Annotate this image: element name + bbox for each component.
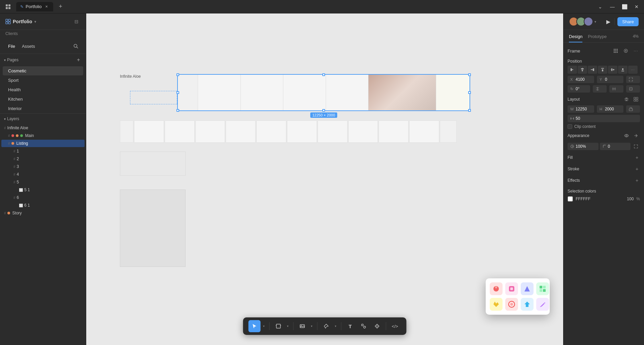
align-top-button[interactable] xyxy=(598,66,607,74)
layer-5[interactable]: # 5 xyxy=(1,178,85,186)
resize-mode-button[interactable] xyxy=(626,76,640,83)
project-title[interactable]: Portfolio ▾ xyxy=(5,19,36,24)
flip-v-button[interactable] xyxy=(609,85,623,93)
shape-tool-button[interactable] xyxy=(358,320,370,332)
align-center-h-button[interactable] xyxy=(578,66,587,74)
layer-story[interactable]: # Story xyxy=(1,209,85,217)
plugin-1-button[interactable] xyxy=(490,282,503,295)
align-bottom-button[interactable] xyxy=(618,66,627,74)
pen-tool-button[interactable] xyxy=(320,320,332,332)
plugin-2-button[interactable] xyxy=(505,282,518,295)
avatar-chevron-icon[interactable]: ▾ xyxy=(594,20,596,24)
assets-tab[interactable]: Assets xyxy=(19,42,38,50)
layer-6-1[interactable]: ⬜ 6 1 xyxy=(1,202,85,209)
cursor-chevron-button[interactable]: ▾ xyxy=(261,320,267,332)
add-page-button[interactable]: + xyxy=(75,57,82,63)
chevron-down-button[interactable]: ⌄ xyxy=(595,2,605,11)
layout-toggle-button[interactable]: ⊟ xyxy=(72,18,80,26)
add-fill-button[interactable]: + xyxy=(634,154,640,161)
pen-chevron-button[interactable]: ▾ xyxy=(333,320,339,332)
layer-2[interactable]: # 2 xyxy=(1,155,85,163)
share-button[interactable]: Share xyxy=(617,17,639,26)
layer-6[interactable]: # 6 xyxy=(1,194,85,201)
image-chevron-button[interactable]: ▾ xyxy=(309,320,315,332)
flip-h-button[interactable] xyxy=(593,85,607,93)
rotation-input[interactable]: ↻ 0° xyxy=(568,85,590,93)
h-input[interactable]: H 2000 xyxy=(597,105,623,113)
clip-content-checkbox[interactable] xyxy=(568,124,572,129)
image-tool-button[interactable] xyxy=(296,320,309,332)
visibility-toggle-button[interactable] xyxy=(622,132,631,140)
tab-close-button[interactable]: ✕ xyxy=(44,4,49,9)
handle-bottom-mid[interactable] xyxy=(322,109,325,112)
cursor-tool-button[interactable] xyxy=(249,320,261,332)
handle-right-mid[interactable] xyxy=(468,91,471,94)
align-middle-v-button[interactable] xyxy=(608,66,617,74)
code-tool-button[interactable]: </> xyxy=(389,320,401,332)
color-swatch[interactable] xyxy=(568,196,573,202)
layer-5-1[interactable]: ⬜ 5 1 xyxy=(1,186,85,194)
opacity-input[interactable]: 100% xyxy=(568,143,599,150)
grid-icon-button[interactable] xyxy=(612,47,620,55)
layers-section-header[interactable]: ▾ Layers xyxy=(0,114,86,124)
pages-section-header[interactable]: ▾ Pages + xyxy=(0,54,86,66)
handle-bottom-left[interactable] xyxy=(176,109,179,112)
add-stroke-button[interactable]: + xyxy=(634,166,640,172)
expand-corners-button[interactable] xyxy=(632,142,640,150)
layout-add-button[interactable] xyxy=(632,95,640,103)
layout-expand-button[interactable] xyxy=(622,95,631,103)
prototype-tab[interactable]: Prototype xyxy=(588,33,607,42)
plugin-7-button[interactable] xyxy=(521,298,534,311)
design-tab[interactable]: Design xyxy=(569,33,582,42)
y-input[interactable]: Y 0 xyxy=(597,76,623,83)
layer-3[interactable]: # 3 xyxy=(1,163,85,170)
canvas-frame[interactable]: 12250 × 2000 xyxy=(177,74,470,111)
clip-mode-button[interactable] xyxy=(626,85,640,93)
new-tab-button[interactable]: + xyxy=(56,2,65,11)
page-kitchen[interactable]: Kitchen xyxy=(3,95,83,104)
layer-listing[interactable]: # Listing xyxy=(1,140,85,147)
x-input[interactable]: X 4100 xyxy=(568,76,594,83)
plugin-6-button[interactable] xyxy=(505,298,518,311)
plugin-pen-button[interactable] xyxy=(536,298,549,311)
home-button[interactable] xyxy=(3,1,13,12)
appearance-more-button[interactable] xyxy=(632,132,640,140)
frame-chevron-button[interactable]: ▾ xyxy=(285,320,291,332)
w-input[interactable]: W 12250 xyxy=(568,105,594,113)
align-left-button[interactable] xyxy=(568,66,577,74)
portfolio-tab[interactable]: ✎ Portfolio ✕ xyxy=(16,2,53,11)
minimize-button[interactable]: — xyxy=(608,2,617,11)
corner-input[interactable]: 0 xyxy=(600,143,631,150)
constrain-proportions-button[interactable] xyxy=(626,105,640,113)
page-sport[interactable]: Sport xyxy=(3,76,83,85)
more-icon-button[interactable]: ··· xyxy=(632,47,640,55)
handle-top-left[interactable] xyxy=(176,73,179,76)
page-interior[interactable]: Interior xyxy=(3,104,83,113)
layer-main[interactable]: # Main xyxy=(1,132,85,139)
close-button[interactable]: ✕ xyxy=(632,2,641,11)
handle-bottom-right[interactable] xyxy=(468,109,471,112)
play-button[interactable]: ▶ xyxy=(604,17,613,26)
frame-tool-button[interactable] xyxy=(272,320,285,332)
page-health[interactable]: Health xyxy=(3,85,83,94)
add-effect-button[interactable]: + xyxy=(634,177,640,183)
maximize-button[interactable]: ⬜ xyxy=(620,2,629,11)
search-button[interactable] xyxy=(71,41,80,51)
text-tool-button[interactable]: T xyxy=(344,320,356,332)
layer-1[interactable]: # 1 xyxy=(1,147,85,155)
plugin-3-button[interactable] xyxy=(521,282,534,295)
handle-top-right[interactable] xyxy=(468,73,471,76)
page-cosmetic[interactable]: Cosmetic xyxy=(3,66,83,75)
gap-input[interactable]: 50 xyxy=(568,115,640,122)
align-right-button[interactable] xyxy=(588,66,597,74)
layer-infinite-aloe[interactable]: # Infinite Aloe xyxy=(1,124,85,132)
plugin-4-button[interactable] xyxy=(536,282,549,295)
file-tab[interactable]: File xyxy=(5,42,18,50)
settings-icon-button[interactable] xyxy=(622,47,630,55)
plugin-5-button[interactable] xyxy=(490,298,503,311)
handle-left-mid[interactable] xyxy=(176,91,179,94)
more-align-button[interactable]: ··· xyxy=(628,66,638,74)
component-tool-button[interactable] xyxy=(371,320,383,332)
layer-4[interactable]: # 4 xyxy=(1,171,85,178)
handle-top-mid[interactable] xyxy=(322,73,325,76)
